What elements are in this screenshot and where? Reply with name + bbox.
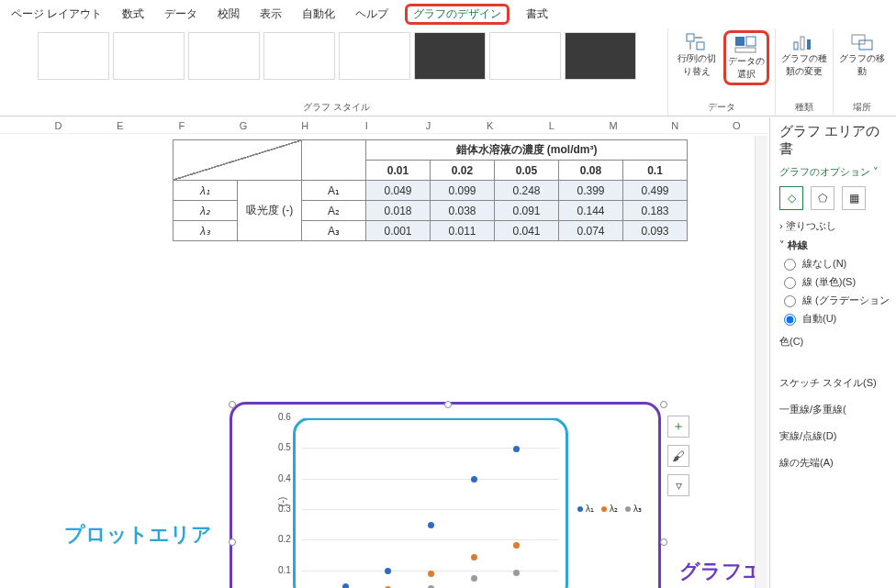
- move-chart-button[interactable]: グラフの移動: [839, 30, 885, 80]
- tab-page-layout[interactable]: ページ レイアウト: [7, 4, 106, 25]
- svg-rect-1: [697, 42, 704, 50]
- col-O[interactable]: O: [706, 117, 767, 134]
- selection-handle[interactable]: [229, 538, 236, 546]
- col-F[interactable]: F: [151, 117, 212, 134]
- opt-dash[interactable]: 実線/点線(D): [779, 429, 892, 443]
- col-K[interactable]: K: [459, 117, 521, 134]
- tab-help[interactable]: ヘルプ: [352, 4, 392, 25]
- col-H[interactable]: H: [274, 117, 336, 134]
- a-3: A₃: [302, 221, 366, 241]
- chart-filter-button[interactable]: ▿: [667, 474, 689, 496]
- style-thumb-3[interactable]: [188, 32, 260, 80]
- cell-0-3[interactable]: 0.399: [559, 181, 623, 201]
- cell-2-4[interactable]: 0.093: [623, 221, 688, 241]
- style-thumb-4[interactable]: [263, 32, 335, 80]
- style-thumb-5[interactable]: [339, 32, 410, 80]
- cell-0-4[interactable]: 0.499: [623, 181, 688, 201]
- data-point[interactable]: [342, 583, 349, 588]
- style-thumb-8[interactable]: [565, 32, 636, 80]
- opt-no-line[interactable]: 線なし(N): [779, 256, 892, 271]
- legend[interactable]: λ₁ λ₂ λ₃: [577, 504, 642, 514]
- effects-tab[interactable]: ⬠: [811, 186, 834, 210]
- wl-2: λ₂: [174, 201, 238, 221]
- cell-1-0[interactable]: 0.018: [366, 201, 431, 221]
- opt-compound[interactable]: 一重線/多重線(: [779, 403, 892, 416]
- opt-gradient-line[interactable]: 線 (グラデーション: [779, 293, 892, 307]
- chart-elements-button[interactable]: ＋: [667, 416, 689, 438]
- data-table[interactable]: 錯体水溶液の濃度 (mol/dm³) 0.01 0.02 0.05 0.08 0…: [173, 139, 688, 241]
- chart-styles-gallery[interactable]: [38, 28, 636, 80]
- style-thumb-7[interactable]: [489, 32, 561, 80]
- fill-section[interactable]: › 塗りつぶし: [779, 219, 892, 233]
- col-E[interactable]: E: [89, 117, 151, 134]
- style-thumb-1[interactable]: [38, 32, 109, 80]
- tab-view[interactable]: 表示: [256, 4, 286, 25]
- border-section[interactable]: ˅ 枠線: [779, 239, 892, 252]
- cell-1-2[interactable]: 0.091: [495, 201, 559, 221]
- select-data-button[interactable]: データの選択: [723, 30, 769, 85]
- col-M[interactable]: M: [582, 117, 644, 134]
- data-point[interactable]: [428, 571, 434, 577]
- selection-handle[interactable]: [229, 401, 236, 408]
- format-pane-title: グラフ エリアの書: [779, 123, 892, 158]
- cell-2-3[interactable]: 0.074: [559, 221, 623, 241]
- vertical-scrollbar[interactable]: [755, 136, 767, 588]
- chart-styles-button[interactable]: 🖌: [667, 445, 689, 467]
- y-tick: 0.3: [278, 504, 291, 514]
- cell-1-1[interactable]: 0.038: [431, 201, 495, 221]
- cell-2-2[interactable]: 0.041: [495, 221, 559, 241]
- svg-rect-7: [807, 39, 811, 50]
- selection-handle[interactable]: [444, 401, 452, 408]
- y-tick: 0.5: [278, 442, 291, 452]
- data-point[interactable]: [513, 446, 520, 452]
- opt-cap[interactable]: 線の先端(A): [779, 456, 892, 470]
- style-thumb-6[interactable]: [414, 32, 486, 80]
- tab-chart-design[interactable]: グラフのデザイン: [405, 4, 510, 25]
- fill-line-tab[interactable]: ◇: [779, 186, 803, 210]
- col-N[interactable]: N: [644, 117, 706, 134]
- tab-formulas[interactable]: 数式: [118, 4, 148, 25]
- opt-auto[interactable]: 自動(U): [779, 311, 892, 326]
- col-L[interactable]: L: [521, 117, 582, 134]
- plot-area[interactable]: [293, 417, 568, 588]
- data-point[interactable]: [471, 476, 477, 483]
- size-tab[interactable]: ▦: [842, 186, 866, 210]
- svg-rect-2: [735, 37, 745, 46]
- group-label-type: 種類: [795, 101, 813, 116]
- tab-data[interactable]: データ: [161, 4, 201, 25]
- col-G[interactable]: G: [212, 117, 274, 134]
- cell-0-0[interactable]: 0.049: [366, 181, 431, 201]
- tab-review[interactable]: 校閲: [214, 4, 243, 25]
- cell-2-0[interactable]: 0.001: [366, 221, 431, 241]
- ribbon-tabs: ページ レイアウト 数式 データ 校閲 表示 自動化 ヘルプ グラフのデザイン …: [0, 0, 896, 25]
- selection-handle[interactable]: [660, 538, 667, 546]
- col-J[interactable]: J: [398, 117, 459, 134]
- col-I[interactable]: I: [336, 117, 398, 134]
- data-point[interactable]: [471, 575, 477, 582]
- switch-row-col-button[interactable]: 行/列の切り替え: [674, 30, 720, 85]
- cell-1-3[interactable]: 0.144: [559, 201, 623, 221]
- opt-solid-line[interactable]: 線 (単色)(S): [779, 274, 892, 289]
- a-2: A₂: [302, 201, 366, 221]
- cell-0-1[interactable]: 0.099: [431, 181, 495, 201]
- style-thumb-2[interactable]: [113, 32, 185, 80]
- worksheet[interactable]: D E F G H I J K L M N O 錯体水溶液の濃度 (mol/dm…: [0, 117, 767, 588]
- col-D[interactable]: D: [28, 117, 89, 134]
- legend-3: λ₃: [633, 504, 642, 514]
- svg-rect-0: [687, 34, 694, 41]
- change-chart-type-button[interactable]: グラフの種類の変更: [781, 30, 827, 80]
- chart-options-dropdown[interactable]: グラフのオプション ˅: [779, 165, 892, 179]
- tab-format[interactable]: 書式: [522, 4, 552, 25]
- selection-handle[interactable]: [660, 401, 667, 408]
- opt-color[interactable]: 色(C): [779, 335, 892, 349]
- svg-rect-8: [852, 35, 865, 44]
- chart-area[interactable]: (-) 錯体水溶液の濃度 (mol/dm³) 錯体水溶液濃度と吸光度の関係 λ₁…: [230, 402, 661, 588]
- tab-automate[interactable]: 自動化: [298, 4, 339, 25]
- switch-icon: [684, 32, 710, 52]
- cell-0-2[interactable]: 0.248: [495, 181, 559, 201]
- cell-1-4[interactable]: 0.183: [623, 201, 688, 221]
- data-point[interactable]: [471, 554, 477, 560]
- cell-2-1[interactable]: 0.011: [431, 221, 495, 241]
- switch-row-col-label: 行/列の切り替え: [674, 52, 720, 78]
- opt-sketch[interactable]: スケッチ スタイル(S): [779, 376, 892, 390]
